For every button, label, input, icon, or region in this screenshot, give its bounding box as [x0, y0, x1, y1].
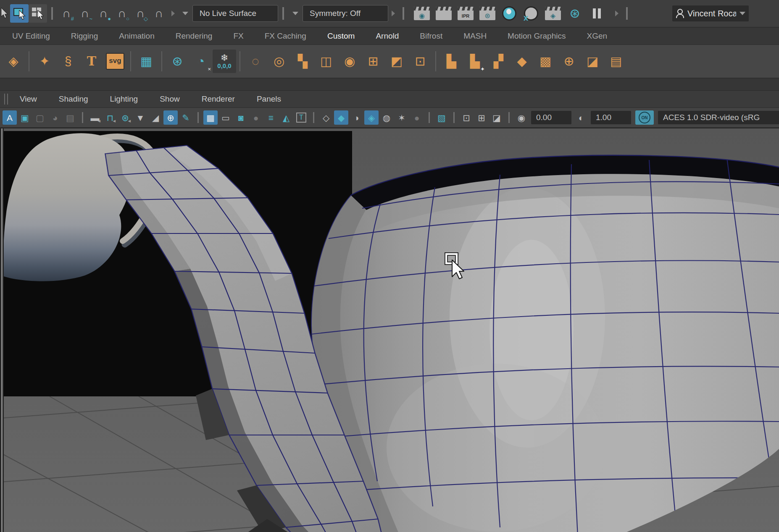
- fill-hole-icon[interactable]: ⊞: [361, 50, 385, 73]
- menu-renderer[interactable]: Renderer: [191, 94, 246, 104]
- smooth-mesh-icon[interactable]: ◎: [267, 50, 291, 73]
- triangulate-icon[interactable]: ◩: [385, 50, 408, 73]
- render-frame-icon[interactable]: [434, 4, 453, 23]
- tab-animation[interactable]: Animation: [108, 31, 165, 41]
- quad-patch-icon[interactable]: ▚: [291, 50, 314, 73]
- circularize-icon[interactable]: ⊕: [557, 50, 581, 73]
- pan-zoom-tool-icon[interactable]: ⊕: [163, 110, 178, 125]
- snap-to-grid-icon[interactable]: ∩#: [57, 4, 76, 23]
- toolbar-separator[interactable]: [51, 7, 53, 20]
- grease-pencil-icon[interactable]: ✎: [179, 110, 193, 125]
- collapse-handle-icon[interactable]: [615, 10, 618, 16]
- tab-custom[interactable]: Custom: [317, 31, 365, 41]
- symmetry-field[interactable]: Symmetry: Off: [303, 5, 388, 22]
- safe-title-icon[interactable]: T: [294, 110, 308, 125]
- resolution-toggle-icon[interactable]: ◙: [234, 110, 248, 125]
- snap-to-point-icon[interactable]: ∩●: [94, 4, 113, 23]
- isolate-select-icon[interactable]: ▧: [434, 110, 449, 125]
- ipr-render-icon[interactable]: IPR: [456, 4, 475, 23]
- render-view-icon[interactable]: ◉: [413, 4, 431, 23]
- svg-tool-icon[interactable]: svg: [103, 50, 127, 73]
- render-settings-icon[interactable]: ⊛: [478, 4, 497, 23]
- tab-rigging[interactable]: Rigging: [61, 31, 108, 41]
- hud-toggle-icon[interactable]: ≡: [264, 110, 278, 125]
- live-surface-field[interactable]: No Live Surface: [192, 5, 278, 22]
- stacked-quads-icon[interactable]: ▤: [604, 50, 628, 73]
- collapse-handle-icon[interactable]: [171, 10, 175, 16]
- live-surface-dropdown-icon[interactable]: [182, 12, 188, 15]
- lattice-sphere-icon[interactable]: ◌: [244, 50, 267, 73]
- image-plane-toggle-icon[interactable]: ◭: [279, 110, 293, 125]
- reset-clock-icon[interactable]: ◔×: [189, 50, 213, 73]
- connect-icon[interactable]: ◪: [581, 50, 604, 73]
- attribute-book-icon[interactable]: A: [3, 110, 17, 125]
- exposure-field[interactable]: 0.00: [531, 111, 571, 124]
- menu-panels[interactable]: Panels: [246, 94, 292, 104]
- render-layers-icon[interactable]: ◈: [544, 4, 562, 23]
- default-material-icon[interactable]: ◍: [379, 110, 394, 125]
- view-transform-toggle[interactable]: ON: [635, 110, 654, 125]
- extrude-icon[interactable]: ▙: [440, 50, 463, 73]
- hypershade-icon[interactable]: [500, 4, 518, 23]
- quadrangulate-icon[interactable]: ⊡: [408, 50, 432, 73]
- spin-tool-icon[interactable]: ⊛: [166, 50, 189, 73]
- shaded-display-icon[interactable]: ◆: [334, 110, 348, 125]
- tab-rendering[interactable]: Rendering: [165, 31, 223, 41]
- component-select-tool-icon[interactable]: [29, 4, 47, 23]
- mirror-geometry-icon[interactable]: ◫: [314, 50, 338, 73]
- menu-shading[interactable]: Shading: [48, 94, 99, 104]
- gate-mask-toggle-icon[interactable]: ●: [249, 110, 263, 125]
- viewport[interactable]: [0, 127, 779, 532]
- snap-to-view-plane-icon[interactable]: ∩◇: [131, 4, 150, 23]
- object-select-tool-icon[interactable]: [10, 4, 29, 23]
- bevel-cube-icon[interactable]: ◆: [510, 50, 534, 73]
- make-live-icon[interactable]: ∩: [150, 4, 168, 23]
- quad-strip-icon[interactable]: ▞: [487, 50, 510, 73]
- grid-toggle-icon[interactable]: ▦: [203, 110, 218, 125]
- select-tool-icon[interactable]: [1, 4, 10, 23]
- tab-uv-editing[interactable]: UV Editing: [2, 31, 61, 41]
- single-pane-icon[interactable]: ⊡: [459, 110, 474, 125]
- camera-settings-icon[interactable]: ⊛◂: [118, 110, 132, 125]
- render-setup-icon[interactable]: x: [522, 4, 540, 23]
- tab-arnold[interactable]: Arnold: [365, 31, 409, 41]
- contrast-icon[interactable]: ◐: [574, 110, 588, 125]
- bookmark-icon[interactable]: ▼: [133, 110, 147, 125]
- lights-icon[interactable]: ✶: [395, 110, 409, 125]
- tab-fx-caching[interactable]: FX Caching: [254, 31, 317, 41]
- snap-to-projected-center-icon[interactable]: ∩○: [113, 4, 131, 23]
- camera-attributes-icon[interactable]: ▬◂: [88, 110, 102, 125]
- image-plane-wedge-icon[interactable]: ◢: [148, 110, 163, 125]
- wireframe-on-shaded-icon[interactable]: ◈: [364, 110, 379, 125]
- symmetry-dropdown-icon[interactable]: [292, 12, 298, 15]
- colorspace-field[interactable]: ACES 1.0 SDR-video (sRG: [658, 111, 779, 124]
- exposure-icon[interactable]: ◉: [514, 110, 529, 125]
- toolbar-separator[interactable]: [626, 7, 628, 20]
- combine-icon[interactable]: ◉: [338, 50, 361, 73]
- textured-display-icon[interactable]: ◑: [349, 110, 363, 125]
- paint-effects-icon[interactable]: ⊛: [566, 4, 584, 23]
- gamma-field[interactable]: 1.00: [591, 111, 631, 124]
- spreadsheet-icon[interactable]: ▦: [134, 50, 158, 73]
- type-tool-icon[interactable]: T: [80, 50, 103, 73]
- user-menu[interactable]: Vincent Roca: [672, 5, 749, 21]
- field-chart-icon[interactable]: ◕: [48, 110, 62, 125]
- tab-fx[interactable]: FX: [223, 31, 254, 41]
- sparkle-star-icon[interactable]: ✦: [33, 50, 56, 73]
- menu-show[interactable]: Show: [149, 94, 191, 104]
- tab-bifrost[interactable]: Bifrost: [409, 31, 453, 41]
- toolbar-separator[interactable]: [403, 7, 404, 20]
- snap-to-curve-icon[interactable]: ∩~: [76, 4, 94, 23]
- collapse-handle-icon[interactable]: [392, 10, 395, 16]
- wireframe-display-icon[interactable]: ◇: [319, 110, 333, 125]
- gate-mask-icon[interactable]: ▢: [33, 110, 47, 125]
- menu-lighting[interactable]: Lighting: [99, 94, 149, 104]
- resolution-gate-icon[interactable]: ▣: [18, 110, 32, 125]
- tab-motion-graphics[interactable]: Motion Graphics: [497, 31, 576, 41]
- film-gate-toggle-icon[interactable]: ▭: [218, 110, 233, 125]
- extrude-sparkle-icon[interactable]: ▙✦: [463, 50, 487, 73]
- multi-pane-icon[interactable]: ⊞: [474, 110, 489, 125]
- tab-xgen[interactable]: XGen: [576, 31, 618, 41]
- multi-cut-icon[interactable]: ▩: [534, 50, 557, 73]
- film-gate-icon[interactable]: ▤: [63, 110, 77, 125]
